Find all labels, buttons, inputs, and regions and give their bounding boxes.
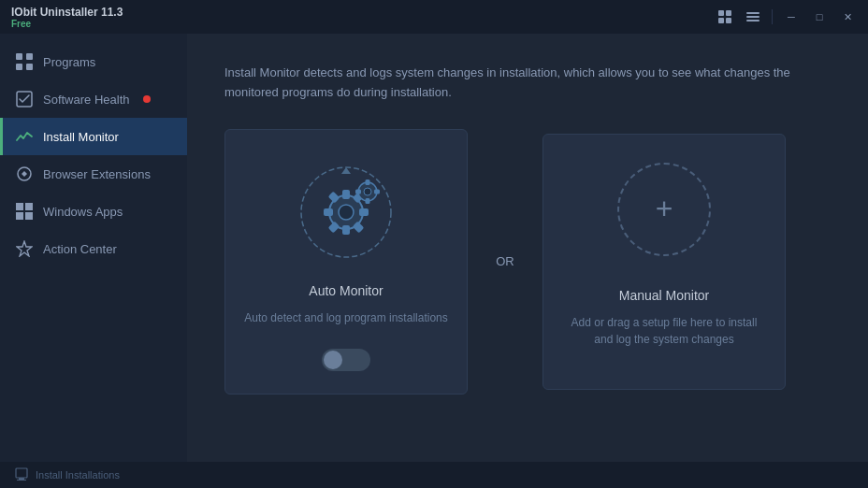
or-divider: OR (468, 254, 542, 268)
svg-rect-37 (17, 480, 26, 481)
svg-rect-22 (342, 225, 350, 235)
svg-rect-14 (25, 203, 33, 210)
sidebar-item-programs[interactable]: Programs (0, 43, 187, 80)
manual-monitor-card[interactable]: + Manual Monitor Add or drag a setup fil… (542, 134, 786, 390)
svg-rect-36 (19, 478, 24, 480)
svg-marker-17 (17, 241, 32, 256)
software-health-icon (15, 90, 34, 108)
svg-rect-8 (26, 53, 33, 60)
page-description: Install Monitor detects and logs system … (224, 64, 823, 103)
svg-rect-15 (16, 212, 23, 220)
software-health-badge (143, 95, 151, 103)
auto-monitor-toggle[interactable] (322, 349, 370, 371)
windows-apps-icon (15, 202, 34, 221)
svg-rect-24 (324, 208, 333, 216)
sidebar-item-action-center[interactable]: Action Center (0, 230, 187, 267)
svg-rect-31 (366, 179, 370, 185)
manual-monitor-description: Add or drag a setup file here to install… (562, 314, 766, 348)
svg-rect-6 (746, 20, 760, 22)
app-title: IObit Uninstaller 11.3 (11, 6, 123, 19)
svg-rect-9 (16, 64, 22, 70)
titlebar-separator (772, 9, 773, 24)
window-controls: ─ □ ✕ (712, 6, 861, 28)
manual-monitor-icon-area: + (608, 161, 720, 273)
auto-monitor-title: Auto Monitor (309, 283, 383, 298)
svg-rect-0 (718, 10, 724, 16)
browser-extensions-icon (15, 165, 34, 183)
programs-icon (15, 52, 34, 71)
svg-rect-7 (16, 53, 22, 60)
svg-point-20 (339, 205, 354, 220)
svg-rect-3 (726, 18, 731, 23)
monitor-cards-row: Auto Monitor Auto detect and log program… (224, 129, 831, 395)
content-area: Install Monitor detects and logs system … (187, 34, 868, 462)
svg-rect-23 (359, 208, 369, 216)
grid-view-icon[interactable] (712, 6, 738, 28)
svg-rect-34 (355, 189, 361, 194)
windows-apps-label: Windows Apps (43, 205, 123, 219)
menu-icon[interactable] (740, 6, 766, 28)
svg-rect-5 (746, 16, 760, 18)
sidebar-item-windows-apps[interactable]: Windows Apps (0, 193, 187, 230)
svg-rect-13 (16, 203, 23, 210)
sidebar-item-browser-extensions[interactable]: Browser Extensions (0, 155, 187, 193)
svg-rect-35 (16, 468, 27, 478)
install-monitor-label: Install Monitor (43, 130, 119, 144)
bottom-bar: Install Installations (0, 462, 868, 488)
browser-extensions-label: Browser Extensions (43, 167, 151, 181)
svg-point-30 (364, 188, 371, 195)
app-free-label: Free (11, 19, 123, 29)
auto-monitor-card[interactable]: Auto Monitor Auto detect and log program… (224, 129, 468, 395)
action-center-label: Action Center (43, 242, 117, 256)
sidebar-item-software-health[interactable]: Software Health (0, 80, 187, 118)
svg-rect-2 (718, 18, 724, 23)
bottom-bar-icon (15, 467, 28, 483)
install-monitor-icon (15, 127, 34, 146)
svg-rect-33 (374, 189, 380, 194)
manual-monitor-title: Manual Monitor (619, 288, 710, 303)
sidebar: Programs Software Health Install Monitor (0, 34, 187, 462)
app-branding: IObit Uninstaller 11.3 Free (11, 6, 123, 29)
plus-icon: + (617, 163, 711, 256)
bottom-bar-text: Install Installations (36, 469, 120, 481)
svg-rect-10 (26, 64, 33, 70)
programs-label: Programs (43, 55, 95, 69)
svg-rect-16 (25, 212, 33, 220)
auto-monitor-description: Auto detect and log program installation… (244, 309, 447, 326)
svg-rect-1 (726, 10, 731, 16)
action-center-icon (15, 239, 34, 258)
sidebar-item-install-monitor[interactable]: Install Monitor (0, 118, 187, 155)
svg-rect-32 (366, 198, 370, 204)
main-layout: Programs Software Health Install Monitor (0, 34, 868, 462)
svg-rect-21 (342, 190, 350, 199)
svg-rect-4 (746, 12, 760, 14)
maximize-button[interactable]: □ (806, 6, 832, 28)
titlebar: IObit Uninstaller 11.3 Free ─ □ ✕ (0, 0, 868, 34)
auto-monitor-icon-area (290, 156, 402, 268)
software-health-label: Software Health (43, 93, 130, 107)
minimize-button[interactable]: ─ (778, 6, 804, 28)
close-button[interactable]: ✕ (834, 6, 861, 28)
